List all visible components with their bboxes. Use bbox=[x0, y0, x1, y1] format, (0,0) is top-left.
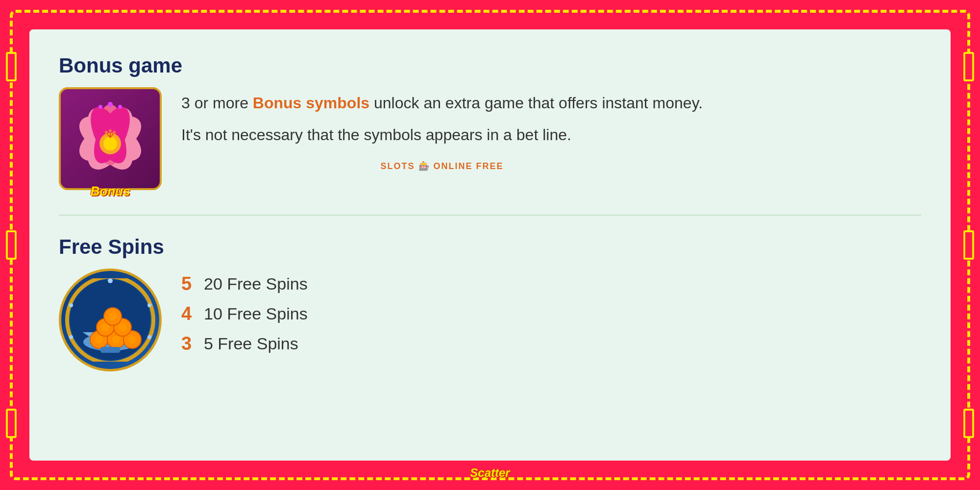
scatter-icon bbox=[64, 278, 157, 362]
scatter-symbol-bg bbox=[59, 269, 162, 371]
inner-panel: Bonus game bbox=[29, 29, 951, 461]
svg-rect-33 bbox=[100, 347, 120, 353]
bonus-description: 3 or more Bonus symbols unlock an extra … bbox=[181, 87, 703, 172]
spin-item-1: 4 10 Free Spins bbox=[181, 303, 308, 324]
spin-count-2: 3 bbox=[181, 333, 196, 354]
bonus-highlight: Bonus symbols bbox=[253, 94, 369, 112]
scatter-symbol-container: Scatter bbox=[59, 269, 162, 376]
svg-point-8 bbox=[103, 137, 117, 150]
svg-point-35 bbox=[147, 303, 151, 307]
side-tab-br bbox=[963, 409, 974, 438]
spin-item-0: 5 20 Free Spins bbox=[181, 273, 308, 294]
svg-point-30 bbox=[119, 323, 126, 331]
side-tab-bl bbox=[6, 409, 17, 438]
spins-list: 5 20 Free Spins 4 10 Free Spins 3 5 Free… bbox=[181, 269, 308, 354]
spin-count-0: 5 bbox=[181, 273, 196, 294]
svg-point-13 bbox=[109, 129, 112, 132]
bonus-prefix: 3 or more bbox=[181, 94, 253, 112]
bonus-symbol-bg bbox=[59, 87, 162, 190]
svg-point-38 bbox=[69, 335, 73, 339]
svg-point-15 bbox=[108, 102, 113, 107]
watermark: SLOTS 🎰 ONLINE FREE bbox=[181, 161, 703, 172]
svg-point-22 bbox=[95, 336, 103, 343]
svg-point-14 bbox=[113, 131, 116, 134]
spin-label-0: 20 Free Spins bbox=[204, 274, 308, 294]
side-tab-tr bbox=[963, 52, 974, 81]
svg-point-12 bbox=[105, 131, 108, 134]
svg-point-34 bbox=[108, 278, 113, 283]
spin-label-2: 5 Free Spins bbox=[204, 334, 298, 353]
bonus-symbol-container: Bonus bbox=[59, 87, 162, 195]
freespins-section-title: Free Spins bbox=[59, 235, 921, 259]
svg-point-24 bbox=[112, 336, 120, 343]
bonus-label: Bonus bbox=[91, 184, 130, 199]
scatter-label: Scatter bbox=[470, 466, 510, 480]
side-tab-tl bbox=[6, 52, 17, 81]
freespins-content: Scatter 5 20 Free Spins 4 10 Free Spins … bbox=[59, 269, 921, 376]
bonus-suffix: unlock an extra game that offers instant… bbox=[369, 94, 703, 112]
outer-border: Bonus game bbox=[10, 10, 970, 480]
svg-point-32 bbox=[109, 313, 117, 320]
svg-point-36 bbox=[147, 335, 151, 339]
section-divider bbox=[59, 215, 921, 216]
svg-point-17 bbox=[118, 105, 122, 109]
side-tab-ml bbox=[6, 230, 17, 260]
bonus-text-line2: It's not necessary that the symbols appe… bbox=[181, 124, 703, 146]
svg-point-37 bbox=[69, 303, 73, 307]
spin-count-1: 4 bbox=[181, 303, 196, 324]
bonus-content: Bonus 3 or more Bonus symbols unlock an … bbox=[59, 87, 921, 195]
svg-point-16 bbox=[98, 105, 102, 109]
spin-item-2: 3 5 Free Spins bbox=[181, 333, 308, 354]
bonus-section: Bonus game bbox=[59, 54, 921, 195]
bonus-text-line1: 3 or more Bonus symbols unlock an extra … bbox=[181, 92, 703, 114]
spin-label-1: 10 Free Spins bbox=[204, 304, 308, 323]
bonus-section-title: Bonus game bbox=[59, 54, 921, 77]
side-tab-mr bbox=[963, 230, 974, 260]
lotus-icon bbox=[66, 99, 154, 178]
freespins-section: Free Spins bbox=[59, 235, 921, 376]
svg-point-26 bbox=[128, 336, 136, 343]
